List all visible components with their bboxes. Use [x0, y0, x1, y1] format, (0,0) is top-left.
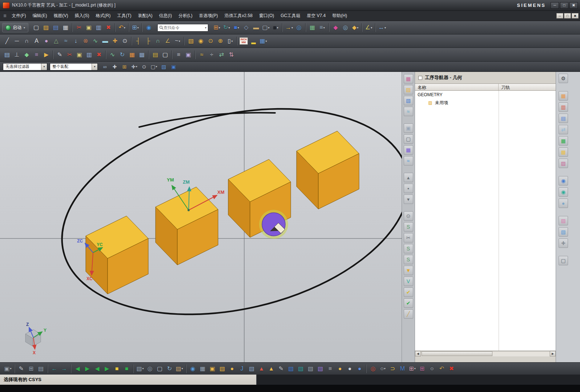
chart-m-button[interactable]: M [398, 364, 407, 373]
blue-part-button[interactable]: ▧ [286, 364, 296, 373]
window-layout-button[interactable]: ⊞▾ [130, 23, 140, 33]
measure-angle-button[interactable]: ∠▾ [364, 23, 374, 33]
scroll-thumb[interactable] [422, 351, 492, 356]
print-button[interactable]: ▦ [61, 23, 71, 33]
selection-scope-combo[interactable]: 整个装配 ▾ [50, 63, 98, 70]
navigator-pin-checkbox[interactable] [418, 76, 422, 80]
show-hide-button[interactable]: ◎ [294, 23, 304, 33]
tool-display-button[interactable]: ▣ [208, 364, 217, 373]
create-geometry-button[interactable]: ◆ [22, 50, 32, 60]
search-input[interactable] [164, 25, 205, 30]
edit-display-button[interactable]: ◆ [331, 23, 341, 33]
combo-dropdown-button[interactable]: ▾ [92, 64, 97, 70]
clock-button[interactable]: ● [559, 199, 568, 208]
orient-view-button[interactable]: ↻▾ [222, 23, 231, 33]
history-button[interactable]: ◉ [559, 187, 568, 197]
tree-row-未用项[interactable]: ▨未用项 [415, 99, 556, 107]
palette-roles-button[interactable]: ▨ [559, 216, 568, 225]
shop-docs-button[interactable]: ▢ [160, 50, 170, 60]
play-reverse-button[interactable]: ◀ [73, 364, 82, 373]
back-button[interactable]: ← [49, 364, 59, 373]
step-last-button[interactable]: ▶ [102, 364, 112, 373]
shaded-view-button[interactable]: ■▾ [231, 23, 241, 33]
dropdown-caret[interactable]: ▾ [371, 26, 372, 29]
exit-red-button[interactable]: ✖ [447, 364, 456, 373]
menu-item[interactable]: 首选项(P) [196, 11, 221, 21]
background-button[interactable]: ■▾ [271, 23, 281, 33]
spindle-button[interactable]: ● [227, 364, 237, 373]
graphics-viewport[interactable]: XM YM ZM ZC YC XC [0, 72, 402, 362]
doc-button[interactable]: ▢ [155, 364, 165, 373]
point-tool[interactable]: ⊙ [120, 36, 130, 46]
minimize-button[interactable]: ─ [551, 2, 559, 9]
render-style-button[interactable]: ▢▾ [261, 23, 271, 33]
menu-item[interactable]: 工具(T) [114, 11, 134, 21]
edit-object-button[interactable]: ✎ [55, 50, 65, 60]
scroll-track[interactable] [421, 351, 550, 356]
menu-item[interactable]: 视图(V) [51, 11, 72, 21]
command-finder-button[interactable]: ◉ [144, 23, 154, 33]
target-button[interactable]: ◎ [368, 364, 378, 373]
red-wedge-button[interactable]: ▲ [257, 364, 266, 373]
part-navigator-button[interactable]: ▤ [559, 114, 568, 123]
assembly-tree-button[interactable]: ≡▾ [317, 23, 327, 33]
copy-button[interactable]: ▣ [84, 23, 94, 33]
close-button[interactable]: ✖ [569, 2, 578, 9]
pause-button[interactable]: ■ [112, 364, 122, 373]
target-point-button[interactable]: ⊙ [140, 62, 149, 71]
s-curve-a-button[interactable]: S [404, 244, 413, 253]
palette-button[interactable]: ▨▾ [174, 364, 184, 373]
forward-button[interactable]: → [59, 364, 69, 373]
machine-view-button[interactable]: ▣ [184, 50, 193, 60]
visualization-button[interactable]: ▂ [249, 36, 258, 46]
simulate-machine-button[interactable]: ▩ [137, 50, 147, 60]
sketch-arc[interactable] [139, 113, 275, 127]
copy-object-button[interactable]: ▣ [74, 50, 84, 60]
dropdown-caret[interactable]: ▾ [219, 26, 220, 29]
hash-button[interactable]: ⊞ [417, 364, 427, 373]
datum-axis-tool[interactable]: ✚ [110, 36, 120, 46]
dropdown-caret[interactable]: ▾ [182, 367, 183, 370]
gold-wedge-button[interactable]: ▲ [266, 364, 276, 373]
circle-tool-button[interactable]: ○▾ [378, 364, 388, 373]
find-button[interactable]: ◉ [188, 364, 198, 373]
section-view-button[interactable]: ▦ [198, 364, 208, 373]
scroll-left-button[interactable]: ◀ [415, 351, 421, 356]
menu-item[interactable]: 编辑(E) [29, 11, 51, 21]
gray-part-button[interactable]: ▧ [306, 364, 315, 373]
layer-button[interactable]: ▢ [404, 134, 413, 144]
gold-disc-button[interactable]: ● [335, 364, 345, 373]
process-studio-button[interactable]: ▨ [559, 159, 568, 168]
snapshot-button[interactable]: ▣ [404, 123, 413, 133]
menu-item[interactable]: 浩强工具v2.58 [221, 11, 256, 21]
clip-water-button[interactable]: ≈ [404, 107, 413, 116]
machine-navigator-button[interactable]: ▩ [559, 147, 568, 157]
postprocess-button[interactable]: ▤ [150, 50, 160, 60]
menu-item[interactable]: 格式(R) [93, 11, 114, 21]
column-header-name[interactable]: 名称 [415, 84, 499, 90]
tree-row-GEOMETRY[interactable]: GEOMETRY [415, 91, 556, 99]
search-caret-icon[interactable]: ▾ [205, 26, 206, 29]
constraint-navigator-button[interactable]: ▥ [559, 102, 568, 112]
menu-item[interactable]: 星空 V7.4 [303, 11, 329, 21]
grid-button[interactable]: ⊞ [26, 364, 36, 373]
iso-view-button[interactable]: ▧ [247, 364, 257, 373]
driver-button[interactable]: ╱ [404, 309, 413, 319]
active-window-button[interactable]: ▦ [404, 145, 413, 155]
green-check-button[interactable]: ✔ [404, 298, 413, 308]
dropdown-caret[interactable]: ▾ [268, 26, 270, 29]
feeds-speeds-button[interactable]: ≈ [197, 50, 207, 60]
purple-part-button[interactable]: ▧ [315, 364, 325, 373]
text-tool[interactable]: A [32, 36, 41, 46]
combo-dropdown-button[interactable]: ▾ [41, 64, 47, 70]
play-forward-button[interactable]: ▶ [82, 364, 92, 373]
dropdown-caret[interactable]: ▾ [266, 40, 267, 43]
silver-disc-button[interactable]: ● [345, 364, 355, 373]
selection-plus-button[interactable]: ⊞ [120, 62, 129, 71]
wheel-button[interactable]: ◎ [145, 364, 155, 373]
trim-curve-tool[interactable]: ┤ [133, 36, 143, 46]
mini-mid-button[interactable]: ▪ [404, 184, 413, 193]
clip-section-button[interactable]: ▬ [251, 23, 261, 33]
dropdown-caret[interactable]: ▾ [229, 26, 230, 29]
create-operation-button[interactable]: ▶ [41, 50, 51, 60]
